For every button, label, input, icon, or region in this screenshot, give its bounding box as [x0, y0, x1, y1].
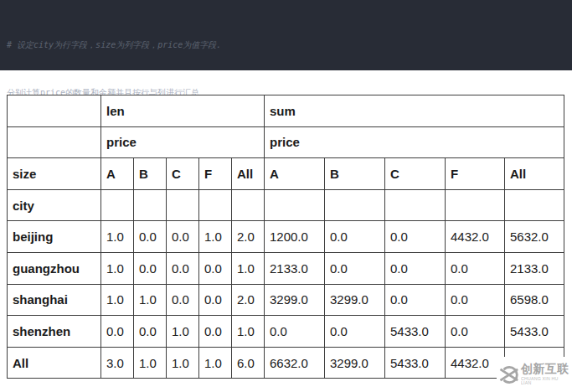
- empty-cell: [167, 189, 199, 221]
- table-row: beijing1.00.00.01.02.01200.00.00.04432.0…: [8, 221, 564, 253]
- blank-corner-cell: [8, 95, 101, 127]
- brand-name: 创新互联: [521, 363, 572, 374]
- table-cell: 0.0: [446, 316, 505, 348]
- table-cell: 5433.0: [505, 316, 564, 348]
- len-price-header: price: [101, 126, 265, 158]
- code-block: # 设定city为行字段，size为列字段，price为值字段. 分别计算pri…: [0, 0, 572, 70]
- city-header-row: city: [8, 189, 564, 221]
- table-cell: 1.0: [232, 252, 265, 284]
- empty-cell: [101, 189, 134, 221]
- empty-cell: [232, 189, 265, 221]
- table-cell: 3299.0: [265, 284, 325, 316]
- empty-cell: [134, 189, 167, 221]
- empty-cell: [325, 189, 385, 221]
- watermark: 创新互联 CHUANG XIN HU LIAN: [497, 357, 572, 392]
- table-cell: 0.0: [167, 252, 199, 284]
- table-cell: 2133.0: [505, 252, 564, 284]
- aggfunc-header-row: len sum: [8, 95, 564, 127]
- table-cell: 0.0: [385, 221, 446, 253]
- table-cell: 0.0: [199, 284, 232, 316]
- table-cell: 1.0: [101, 221, 134, 253]
- size-col-header: A: [265, 158, 325, 190]
- len-group-header: len: [101, 95, 265, 127]
- table-cell: 1.0: [232, 316, 265, 348]
- size-col-header: F: [199, 158, 232, 190]
- table-cell: 1.0: [134, 284, 167, 316]
- row-label: shenzhen: [8, 316, 101, 348]
- table-cell: 0.0: [134, 252, 167, 284]
- table-cell: 2.0: [232, 221, 265, 253]
- empty-cell: [505, 189, 564, 221]
- table-cell: 0.0: [325, 252, 385, 284]
- sum-price-header: price: [265, 126, 564, 158]
- row-label: beijing: [8, 221, 101, 253]
- table-cell: 3299.0: [325, 284, 385, 316]
- table-cell: 2.0: [232, 284, 265, 316]
- size-col-header: C: [167, 158, 199, 190]
- table-cell: 1.0: [101, 284, 134, 316]
- size-index-label: size: [8, 158, 101, 190]
- size-col-header: B: [134, 158, 167, 190]
- table-cell: 0.0: [199, 252, 232, 284]
- empty-cell: [385, 189, 446, 221]
- table-row: guangzhou1.00.00.00.01.02133.00.00.00.02…: [8, 252, 564, 284]
- table-row: shanghai1.01.00.00.02.03299.03299.00.00.…: [8, 284, 564, 316]
- size-col-header: All: [232, 158, 265, 190]
- table-cell: 0.0: [385, 284, 446, 316]
- table-cell: 0.0: [325, 221, 385, 253]
- table-cell: 1.0: [199, 221, 232, 253]
- table-cell: 0.0: [134, 221, 167, 253]
- table-cell: 0.0: [385, 252, 446, 284]
- row-label: All: [8, 347, 101, 379]
- table-cell: 0.0: [167, 284, 199, 316]
- size-col-header: B: [325, 158, 385, 190]
- empty-cell: [199, 189, 232, 221]
- table-cell: 4432.0: [446, 347, 505, 379]
- brand-logo-icon: [498, 364, 519, 386]
- brand-subtitle: CHUANG XIN HU LIAN: [521, 377, 566, 386]
- table-cell: 5433.0: [385, 347, 446, 379]
- size-col-header: C: [385, 158, 446, 190]
- table-cell: 6.0: [232, 347, 265, 379]
- watermark-text: 创新互联 CHUANG XIN HU LIAN: [521, 363, 572, 386]
- row-label: shanghai: [8, 284, 101, 316]
- table-cell: 5632.0: [505, 221, 564, 253]
- table-cell: 0.0: [446, 284, 505, 316]
- size-header-row: size A B C F All A B C F All: [8, 158, 564, 190]
- table-row: All3.01.01.01.06.06632.03299.05433.04432…: [8, 347, 564, 379]
- table-cell: 3299.0: [325, 347, 385, 379]
- size-col-header: All: [505, 158, 564, 190]
- table-cell: 4432.0: [446, 221, 505, 253]
- table-row: shenzhen0.00.01.00.01.00.00.05433.00.054…: [8, 316, 564, 348]
- city-index-label: city: [8, 189, 101, 221]
- sum-group-header: sum: [265, 95, 564, 127]
- table-cell: 0.0: [446, 252, 505, 284]
- table-body: beijing1.00.00.01.02.01200.00.00.04432.0…: [8, 221, 564, 379]
- table-cell: 1.0: [167, 347, 199, 379]
- table-cell: 0.0: [134, 316, 167, 348]
- table-cell: 2133.0: [265, 252, 325, 284]
- pivot-table: len sum price price size A B C F All A B…: [7, 95, 564, 379]
- code-comment-line: # 设定city为行字段，size为列字段，price为值字段.: [7, 37, 564, 53]
- size-col-header: A: [101, 158, 134, 190]
- table-cell: 5433.0: [385, 316, 446, 348]
- table-cell: 0.0: [325, 316, 385, 348]
- table-cell: 6598.0: [505, 284, 564, 316]
- blank-corner-cell: [8, 126, 101, 158]
- table-cell: 1200.0: [265, 221, 325, 253]
- size-col-header: F: [446, 158, 505, 190]
- table-cell: 1.0: [199, 347, 232, 379]
- table-cell: 1.0: [101, 252, 134, 284]
- table-cell: 0.0: [167, 221, 199, 253]
- table-cell: 1.0: [167, 316, 199, 348]
- empty-cell: [446, 189, 505, 221]
- empty-cell: [265, 189, 325, 221]
- table-cell: 0.0: [101, 316, 134, 348]
- value-header-row: price price: [8, 126, 564, 158]
- table-cell: 6632.0: [265, 347, 325, 379]
- table-cell: 0.0: [265, 316, 325, 348]
- row-label: guangzhou: [8, 252, 101, 284]
- table-cell: 1.0: [134, 347, 167, 379]
- table-cell: 3.0: [101, 347, 134, 379]
- table-cell: 0.0: [199, 316, 232, 348]
